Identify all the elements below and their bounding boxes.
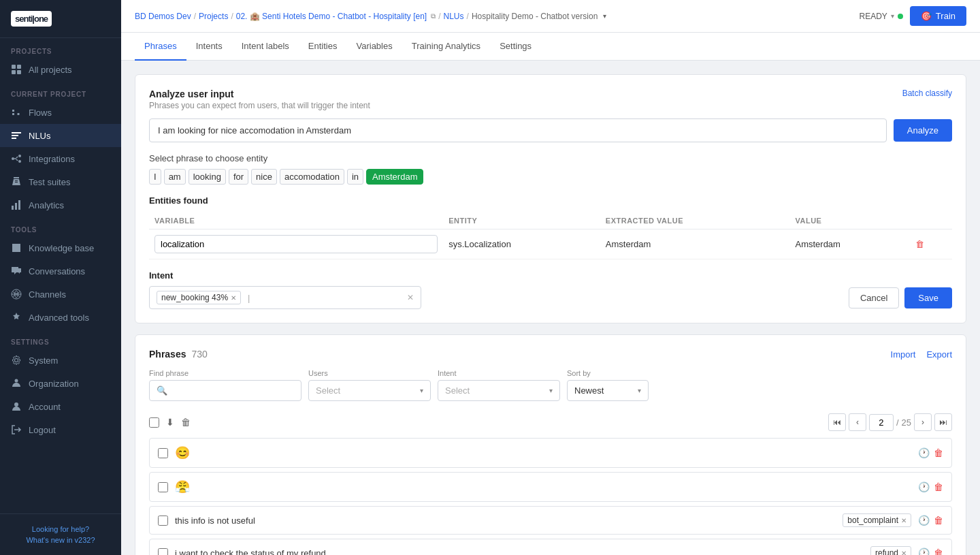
cancel-button[interactable]: Cancel [849,287,899,308]
sidebar-item-label: Channels [29,289,66,300]
token-in[interactable]: in [347,169,363,185]
conversations-icon [11,266,22,276]
sidebar-item-all-projects[interactable]: All projects [0,58,121,81]
tab-settings[interactable]: Settings [490,33,541,61]
token-amsterdam[interactable]: Amsterdam [366,169,423,185]
breadcrumb-sep1: / [194,12,196,21]
entity-delete-button[interactable]: 🗑 [915,239,924,249]
breadcrumb-nlus[interactable]: NLUs [444,12,464,21]
breadcrumb-bd[interactable]: BD Demos Dev [135,12,191,21]
next-page-button[interactable]: › [914,413,932,431]
sidebar-item-advanced-tools[interactable]: Advanced tools [0,306,121,329]
tab-variables[interactable]: Variables [346,33,402,61]
delete-icon-4[interactable]: 🗑 [934,548,943,555]
sidebar-item-label: Test suites [29,177,70,187]
delete-icon-1[interactable]: 🗑 [934,447,943,458]
sidebar-item-knowledge-base[interactable]: Knowledge base [0,236,121,259]
batch-classify-link[interactable]: Batch classify [902,89,952,98]
find-phrase-input[interactable] [172,385,294,396]
delete-icon-2[interactable]: 🗑 [934,481,943,492]
token-accomodation[interactable]: accomodation [280,169,344,185]
sidebar-item-flows[interactable]: Flows [0,101,121,124]
token-nice[interactable]: nice [251,169,277,185]
history-icon-4[interactable]: 🕐 [918,548,930,555]
tab-phrases[interactable]: Phrases [135,33,186,61]
copy-icon[interactable]: ⧉ [431,12,436,20]
import-link[interactable]: Import [891,349,916,360]
phrase-tag-close-4[interactable]: ✕ [901,550,906,556]
delete-icon-3[interactable]: 🗑 [934,515,943,526]
sort-select[interactable]: Newest ▾ [567,380,649,401]
phrase-checkbox-2[interactable] [158,482,168,492]
sidebar-item-integrations[interactable]: Integrations [0,147,121,170]
delete-all-icon[interactable]: 🗑 [181,417,191,428]
svg-rect-10 [15,203,17,210]
intent-clear-icon[interactable]: ✕ [407,293,414,302]
entities-table: VARIABLE ENTITY EXTRACTED VALUE VALUE sy… [149,212,952,259]
phrase-checkbox-4[interactable] [158,548,168,556]
token-am[interactable]: am [164,169,186,185]
system-icon [11,355,22,366]
prev-page-button[interactable]: ‹ [849,413,866,431]
analyze-input[interactable] [149,118,887,142]
phrase-text-4: i want to check the status of my refund [175,548,864,556]
download-icon[interactable]: ⬇ [166,417,174,428]
sidebar-item-channels[interactable]: Channels [0,283,121,306]
breadcrumb-projects[interactable]: Projects [199,12,228,21]
analyze-card: Analyze user input Phrases you can expec… [135,74,966,323]
sidebar-item-conversations[interactable]: Conversations [0,259,121,283]
help-link[interactable]: Looking for help? [11,525,110,533]
svg-rect-4 [12,113,14,115]
tab-intent-labels[interactable]: Intent labels [232,33,299,61]
sidebar-item-test-suites[interactable]: Test suites [0,170,121,193]
tab-intents[interactable]: Intents [186,33,232,61]
tab-training-analytics[interactable]: Training Analytics [402,33,490,61]
sidebar-item-system[interactable]: System [0,349,121,372]
phrase-tokens: I am looking for nice accomodation in Am… [149,169,952,185]
users-select[interactable]: Select ▾ [308,380,431,401]
page-total: 25 [902,417,911,428]
channels-icon [11,289,22,300]
train-button[interactable]: 🎯 Train [910,6,966,26]
intent-input-box[interactable]: new_booking 43% ✕ | ✕ [149,286,421,309]
sidebar-item-label: Integrations [29,154,75,164]
chevron-down-icon-ready[interactable]: ▾ [891,12,894,20]
tab-entities[interactable]: Entities [299,33,347,61]
find-label: Find phrase [149,369,301,377]
phrase-tag-close-3[interactable]: ✕ [901,517,906,524]
history-icon-2[interactable]: 🕐 [918,481,930,492]
history-icon-1[interactable]: 🕐 [918,447,930,458]
org-icon [11,378,22,389]
save-button[interactable]: Save [904,287,952,308]
version-link[interactable]: What's new in v232? [11,536,110,544]
find-phrase-group: Find phrase 🔍 [149,369,301,401]
sidebar-item-label: Analytics [29,200,64,210]
analyze-button[interactable]: Analyze [894,119,952,142]
sidebar-item-account[interactable]: Account [0,395,121,418]
sidebar-item-nlus[interactable]: NLUs [0,124,121,147]
users-group: Users Select ▾ [308,369,431,401]
phrase-content-2: 😤 [175,479,911,494]
sidebar-item-analytics[interactable]: Analytics [0,193,121,217]
flows-icon [11,107,22,118]
last-page-button[interactable]: ⏭ [934,413,952,431]
phrase-checkbox-3[interactable] [158,516,168,526]
breadcrumb-version[interactable]: Hospitality Demo - Chatbot version ▾ [472,12,606,21]
select-all-checkbox[interactable] [149,417,159,428]
breadcrumb-project[interactable]: 02. 🏨 Senti Hotels Demo - Chatbot - Hosp… [236,12,427,21]
phrase-checkbox-1[interactable] [158,448,168,458]
test-icon [11,176,22,187]
sidebar-item-logout[interactable]: Logout [0,418,121,441]
intent-select[interactable]: Select ▾ [438,380,560,401]
history-icon-3[interactable]: 🕐 [918,515,930,526]
token-for[interactable]: for [229,169,248,185]
intent-tag-close[interactable]: ✕ [231,294,236,302]
token-I[interactable]: I [149,169,161,185]
export-link[interactable]: Export [926,349,952,360]
entity-variable-input[interactable] [154,235,438,253]
phrase-tag-3: bot_complaint ✕ [843,513,911,527]
page-number-input[interactable] [869,414,894,431]
token-looking[interactable]: looking [189,169,226,185]
sidebar-item-organization[interactable]: Organization [0,372,121,395]
first-page-button[interactable]: ⏮ [828,413,846,431]
